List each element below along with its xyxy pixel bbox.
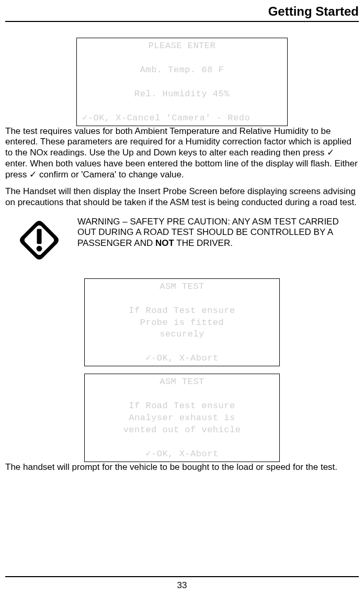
warning-text: WARNING – SAFETY PRE CAUTION: ANY ASM TE…	[77, 217, 359, 249]
lcd-line	[80, 76, 284, 88]
svg-rect-2	[37, 229, 42, 244]
lcd-line	[88, 293, 276, 305]
page: Getting Started PLEASE ENTER Amb. Temp. …	[0, 0, 364, 596]
lcd-line: ASM TEST	[88, 281, 276, 293]
lcd-line	[80, 100, 284, 113]
lcd-line: Amb. Temp. 68 F	[80, 64, 284, 76]
lcd-line	[88, 341, 276, 353]
lcd-line: If Road Test ensure	[88, 305, 276, 317]
lcd-screen-probe: ASM TEST If Road Test ensure Probe is fi…	[84, 278, 280, 367]
lcd-line	[88, 436, 276, 448]
page-footer: 33	[5, 576, 359, 591]
lcd-line: ASM TEST	[88, 376, 276, 388]
lcd-screen-exhaust: ASM TEST If Road Test ensure Analyser ex…	[84, 374, 280, 462]
lcd-footer: ✓-OK, X-Abort	[88, 448, 276, 460]
lcd-footer: ✓-OK, X-Abort	[88, 353, 276, 365]
page-number: 33	[5, 580, 359, 591]
lcd-line: vented out of vehicle	[88, 424, 276, 436]
lcd-line: Analyser exhaust is	[88, 412, 276, 424]
lcd-line	[88, 388, 276, 400]
warning-icon	[16, 217, 63, 266]
warning-not: NOT	[155, 238, 174, 248]
lcd-line	[80, 52, 284, 64]
lcd-footer: ✓-OK, X-Cancel 'Camera' - Redo	[80, 113, 284, 125]
divider-bottom	[5, 576, 359, 577]
section-title: Getting Started	[5, 4, 359, 19]
warning-post: THE DRIVER.	[174, 238, 233, 248]
paragraph-prompt: The handset will prompt for the vehicle …	[5, 462, 359, 473]
lcd-screen-enter-values: PLEASE ENTER Amb. Temp. 68 F Rel. Humidi…	[76, 38, 288, 126]
lcd-line: If Road Test ensure	[88, 400, 276, 412]
lcd-line: securely	[88, 329, 276, 341]
svg-point-3	[37, 246, 42, 252]
paragraph-handset: The Handset will then display the Insert…	[5, 186, 359, 208]
spacer	[5, 366, 359, 374]
warning-block: WARNING – SAFETY PRE CAUTION: ANY ASM TE…	[5, 217, 359, 266]
divider-top	[5, 21, 359, 22]
lcd-line: Probe is fitted	[88, 317, 276, 329]
lcd-line: PLEASE ENTER	[80, 40, 284, 52]
paragraph-instructions: The test requires values for both Ambien…	[5, 126, 359, 181]
lcd-line: Rel. Humidity 45%	[80, 88, 284, 100]
